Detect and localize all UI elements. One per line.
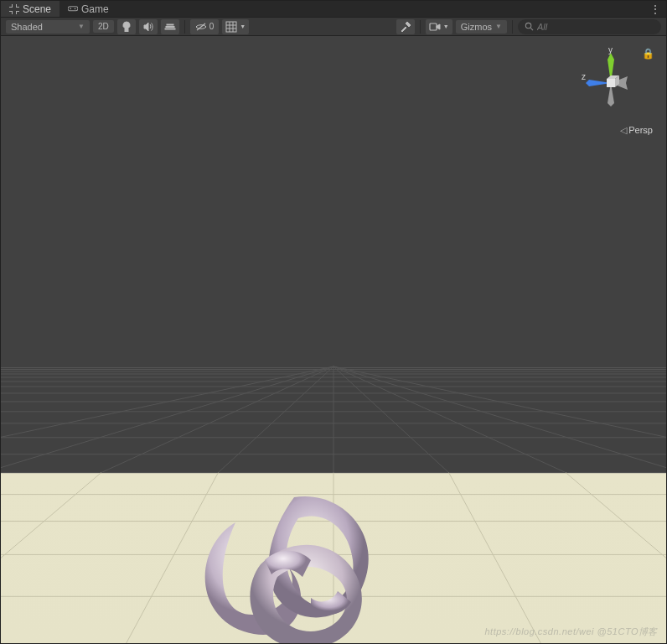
hidden-objects-toggle[interactable]: 0 [190,19,220,34]
tab-scene-label: Scene [23,3,51,15]
svg-point-10 [75,8,76,10]
y-axis-label: y [608,48,613,55]
svg-rect-12 [165,29,175,29]
scene-icon [9,4,19,14]
scene-grid-dropdown[interactable]: ▼ [222,19,249,34]
svg-rect-60 [607,79,615,87]
chevron-down-icon: ▼ [495,23,502,30]
lock-icon[interactable]: 🔒 [642,48,654,60]
separator [512,20,513,34]
projection-icon: ◁ [620,125,627,135]
scene-audio-toggle[interactable] [139,19,158,34]
svg-line-15 [197,23,205,30]
scene-lighting-toggle[interactable] [117,19,136,34]
orientation-gizmo[interactable]: 🔒 z y ◁Persp [579,48,654,148]
editor-window: Scene Game ⋮ Shaded ▼ 2D 0 [0,0,667,644]
svg-rect-4 [16,7,19,8]
camera-dropdown[interactable]: ▼ [426,19,452,34]
scene-search[interactable] [518,19,661,34]
tab-game[interactable]: Game [59,1,117,17]
axis-gizmo[interactable]: z y [579,48,643,117]
gizmos-label: Gizmos [461,22,492,32]
scene-toolbar: Shaded ▼ 2D 0 ▼ ▼ [1,18,666,36]
hidden-count: 0 [209,22,215,31]
toggle-2d-button[interactable]: 2D [93,20,114,33]
chevron-down-icon: ▼ [240,23,246,29]
svg-line-23 [530,28,533,30]
game-icon [68,4,78,14]
scene-effects-dropdown[interactable] [161,19,179,34]
separator [184,20,185,34]
tools-toggle[interactable] [396,19,415,34]
svg-line-42 [1,366,334,473]
svg-rect-7 [16,11,17,14]
tab-scene[interactable]: Scene [1,1,59,17]
tab-bar: Scene Game ⋮ [1,1,666,18]
svg-line-39 [218,366,334,473]
svg-rect-8 [68,7,78,11]
shading-mode-dropdown[interactable]: Shaded ▼ [6,20,90,34]
separator [420,20,421,34]
shading-mode-label: Shaded [11,22,43,32]
search-icon [525,22,534,31]
watermark-text: https://blog.csdn.net/wei @51CTO博客 [485,626,659,638]
svg-line-53 [1,473,101,643]
scene-viewport[interactable]: 🔒 z y ◁Persp https://blog.csdn.net/wei [1,36,666,643]
svg-line-46 [334,366,666,473]
search-input[interactable] [537,22,654,32]
svg-rect-6 [12,11,13,14]
svg-line-40 [101,366,334,473]
svg-rect-11 [125,30,128,31]
gizmos-dropdown[interactable]: Gizmos ▼ [456,20,507,34]
svg-rect-9 [70,8,71,10]
svg-line-45 [334,366,666,473]
svg-rect-13 [166,26,174,27]
svg-point-22 [525,23,530,28]
svg-rect-14 [167,24,173,25]
knot-mesh[interactable] [185,472,403,643]
svg-rect-2 [12,4,13,8]
svg-rect-16 [226,22,236,32]
svg-line-41 [1,366,334,473]
window-menu-icon[interactable]: ⋮ [649,3,661,16]
svg-rect-21 [430,23,437,30]
tab-game-label: Game [81,3,109,15]
svg-line-44 [334,366,566,473]
svg-line-55 [566,473,666,643]
chevron-down-icon: ▼ [78,23,85,30]
projection-label[interactable]: ◁Persp [620,125,653,136]
chevron-down-icon: ▼ [443,23,449,29]
svg-line-43 [334,366,449,473]
svg-line-54 [449,473,541,643]
z-axis-label: z [582,72,586,81]
